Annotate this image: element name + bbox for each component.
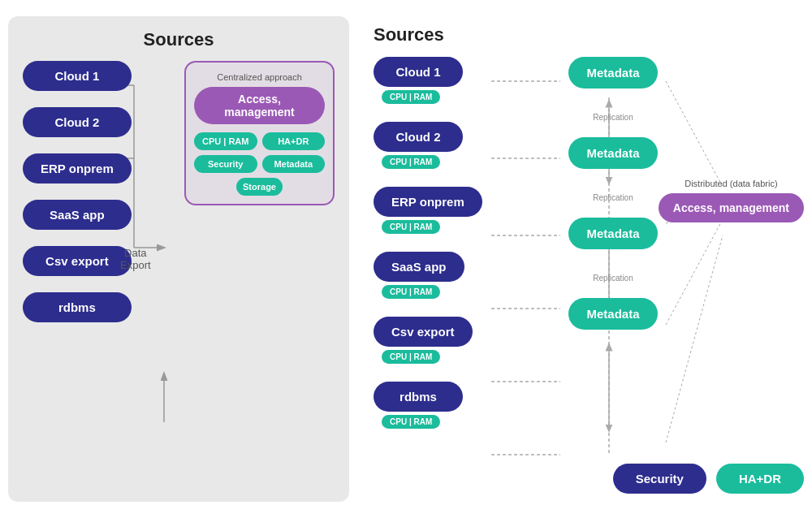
chips-grid: CPU | RAM HA+DR Security Metadata Storag…	[194, 132, 325, 196]
replication-label-3: Replication	[593, 274, 633, 283]
centralized-label: Centralized approach	[194, 72, 325, 82]
chip-cloud2-cpu: CPU | RAM	[382, 155, 440, 169]
svg-line-15	[666, 81, 723, 187]
metadata-pill-1: Metadata	[568, 57, 658, 88]
left-source-cloud2: Cloud 2	[23, 107, 132, 137]
chip-erp-cpu: CPU | RAM	[382, 220, 440, 234]
right-source-cloud1: Cloud 1 CPU | RAM	[374, 57, 482, 104]
right-sources-col: Cloud 1 CPU | RAM Cloud 2 CPU | RAM ERP …	[374, 57, 482, 429]
chip-csv-cpu: CPU | RAM	[382, 350, 440, 364]
left-source-csv: Csv export	[23, 246, 132, 276]
right-panel: Sources	[374, 16, 804, 502]
replication-label-2: Replication	[593, 193, 633, 202]
left-access-mgmt-pill: Access, management	[194, 87, 325, 124]
metadata-pill-2: Metadata	[568, 137, 658, 169]
ha-dr-pill: HA+DR	[716, 464, 804, 494]
bottom-pills: Security HA+DR	[613, 464, 804, 494]
chip-cpu-ram: CPU | RAM	[194, 132, 257, 150]
right-source-csv: Csv export CPU | RAM	[374, 317, 482, 364]
dist-access-mgmt-pill: Access, management	[659, 193, 804, 222]
left-sources-list: Cloud 1 Cloud 2 ERP onprem SaaS app Csv …	[23, 61, 132, 322]
right-source-rdbms: rdbms CPU | RAM	[374, 382, 482, 429]
metadata-pill-3: Metadata	[568, 218, 658, 249]
chip-storage: Storage	[236, 178, 283, 196]
metadata-col: Metadata Replication Metadata Replicatio…	[568, 57, 658, 330]
chip-ha-dr: HA+DR	[262, 132, 326, 150]
chip-metadata: Metadata	[262, 155, 326, 173]
chip-cloud1-cpu: CPU | RAM	[382, 90, 440, 104]
left-panel-title: Sources	[24, 29, 333, 50]
left-source-cloud1: Cloud 1	[23, 61, 132, 91]
chip-rdbms-cpu: CPU | RAM	[382, 415, 440, 429]
distributed-box: Distributed (data fabric) Access, manage…	[659, 179, 804, 222]
right-source-erp: ERP onprem CPU | RAM	[374, 187, 482, 234]
security-pill: Security	[613, 464, 706, 494]
replication-label-1: Replication	[593, 113, 633, 122]
right-source-cloud2: Cloud 2 CPU | RAM	[374, 122, 482, 169]
left-source-rdbms: rdbms	[23, 292, 132, 322]
left-panel: Sources Cloud 1 Cloud 2 ERP onprem SaaS …	[8, 16, 349, 502]
right-source-saas: SaaS app CPU | RAM	[374, 252, 482, 299]
metadata-pill-4: Metadata	[568, 298, 658, 330]
chip-security: Security	[194, 155, 257, 173]
right-panel-title: Sources	[374, 24, 804, 45]
data-export-label: DataExport	[120, 247, 151, 271]
svg-line-17	[666, 219, 723, 325]
centralized-box: Centralized approach Access, management …	[184, 61, 335, 205]
chip-saas-cpu: CPU | RAM	[382, 285, 440, 299]
left-source-erp: ERP onprem	[23, 153, 132, 183]
left-source-saas: SaaS app	[23, 200, 132, 230]
diagram-wrapper: Sources Cloud 1 Cloud 2 ERP onprem SaaS …	[0, 0, 812, 518]
distributed-label: Distributed (data fabric)	[659, 179, 804, 188]
svg-line-18	[666, 235, 723, 442]
